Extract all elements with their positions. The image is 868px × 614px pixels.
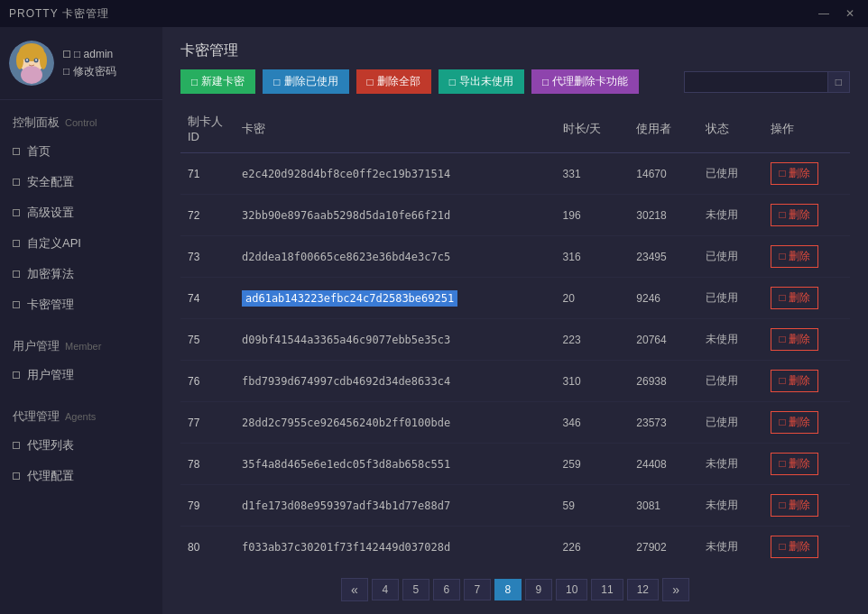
main-layout: □ admin □ 修改密码 控制面板Control首页安全配置高级设置自定义A… bbox=[0, 27, 868, 614]
proxy-delete-label: 代理删除卡功能 bbox=[552, 74, 628, 89]
row-3-user: 9246 bbox=[629, 278, 698, 319]
row-1-status: 未使用 bbox=[698, 195, 763, 236]
change-pwd-row[interactable]: □ 修改密码 bbox=[63, 64, 116, 79]
new-card-button[interactable]: □ 新建卡密 bbox=[180, 69, 255, 94]
row-3-key-highlighted: ad61ab143223efbc24c7d2583be69251 bbox=[242, 290, 457, 307]
search-button[interactable]: □ bbox=[828, 71, 850, 93]
sidebar-item-algorithm[interactable]: 加密算法 bbox=[0, 259, 162, 289]
svg-point-4 bbox=[16, 51, 23, 69]
section-header-control: 控制面板Control bbox=[0, 109, 162, 136]
row-7-delete-button[interactable]: □ 删除 bbox=[771, 453, 818, 475]
table-row: 76fbd7939d674997cdb4692d34de8633c4310269… bbox=[180, 361, 850, 402]
item-dot-usermgmt bbox=[13, 371, 20, 379]
sidebar-item-home[interactable]: 首页 bbox=[0, 136, 162, 167]
item-dot-agentlist bbox=[13, 442, 20, 449]
pagination-page-9[interactable]: 9 bbox=[525, 579, 552, 600]
pagination-next[interactable]: » bbox=[662, 578, 689, 601]
row-1-user: 30218 bbox=[629, 195, 698, 236]
item-dot-cardkey bbox=[13, 301, 20, 308]
pagination-page-8[interactable]: 8 bbox=[494, 579, 522, 600]
row-5-id: 76 bbox=[180, 361, 235, 402]
sidebar-section-agents: 代理管理Agents代理列表代理配置 bbox=[0, 394, 162, 495]
new-card-icon: □ bbox=[191, 76, 198, 88]
delete-used-button[interactable]: □ 删除已使用 bbox=[263, 69, 348, 94]
search-input[interactable] bbox=[684, 71, 828, 93]
row-0-days: 331 bbox=[556, 153, 630, 195]
row-0-delete-button[interactable]: □ 删除 bbox=[771, 162, 818, 185]
pagination-page-7[interactable]: 7 bbox=[464, 579, 491, 600]
row-0-status: 已使用 bbox=[698, 153, 763, 195]
item-label-advanced: 高级设置 bbox=[27, 205, 74, 221]
pagination-page-11[interactable]: 11 bbox=[591, 579, 623, 600]
window-controls: — ✕ bbox=[814, 5, 859, 22]
row-8-id: 79 bbox=[180, 485, 235, 527]
content-area: 卡密管理 □ 新建卡密 □ 删除已使用 □ 删除全部 □ 导出未使用 □ 代理删… bbox=[162, 27, 868, 614]
proxy-delete-icon: □ bbox=[542, 76, 549, 88]
row-9-delete-button[interactable]: □ 删除 bbox=[771, 536, 818, 558]
close-button[interactable]: ✕ bbox=[841, 5, 859, 22]
toolbar: □ 新建卡密 □ 删除已使用 □ 删除全部 □ 导出未使用 □ 代理删除卡功能 … bbox=[162, 69, 868, 105]
row-8-action: □ 删除 bbox=[763, 485, 850, 527]
row-7-id: 78 bbox=[180, 444, 235, 485]
row-4-delete-button[interactable]: □ 删除 bbox=[771, 328, 818, 351]
row-6-id: 77 bbox=[180, 402, 235, 444]
row-6-delete-button[interactable]: □ 删除 bbox=[771, 411, 818, 434]
pagination-page-10[interactable]: 10 bbox=[556, 579, 587, 600]
row-3-status: 已使用 bbox=[698, 278, 763, 319]
col-user: 使用者 bbox=[629, 105, 698, 153]
pagination-page-12[interactable]: 12 bbox=[627, 579, 659, 600]
sidebar-item-advanced[interactable]: 高级设置 bbox=[0, 197, 162, 228]
delete-all-button[interactable]: □ 删除全部 bbox=[356, 69, 431, 94]
table-row: 7835f4a8d465e6e1edc05f3d8ab658c551259244… bbox=[180, 444, 850, 485]
item-dot-api bbox=[13, 240, 20, 247]
export-unused-button[interactable]: □ 导出未使用 bbox=[439, 69, 524, 94]
sidebar-item-agentlist[interactable]: 代理列表 bbox=[0, 430, 162, 461]
item-dot-agentconfig bbox=[13, 472, 20, 480]
pagination-page-4[interactable]: 4 bbox=[372, 579, 399, 600]
row-2-action: □ 删除 bbox=[763, 236, 850, 278]
row-8-status: 未使用 bbox=[698, 485, 763, 527]
table-row: 75d09bf41544a3365a46c9077ebb5e35c3223207… bbox=[180, 319, 850, 361]
table-container: 制卡人ID 卡密 时长/天 使用者 状态 操作 71e2c420d928d4bf… bbox=[162, 105, 868, 565]
proxy-delete-button[interactable]: □ 代理删除卡功能 bbox=[531, 69, 639, 94]
sidebar-item-usermgmt[interactable]: 用户管理 bbox=[0, 360, 162, 390]
row-4-key: d09bf41544a3365a46c9077ebb5e35c3 bbox=[235, 319, 556, 361]
row-3-key: ad61ab143223efbc24c7d2583be69251 bbox=[235, 278, 556, 319]
row-5-delete-button[interactable]: □ 删除 bbox=[771, 370, 818, 392]
row-7-key: 35f4a8d465e6e1edc05f3d8ab658c551 bbox=[235, 444, 556, 485]
row-2-status: 已使用 bbox=[698, 236, 763, 278]
row-8-delete-button[interactable]: □ 删除 bbox=[771, 494, 818, 517]
row-2-id: 73 bbox=[180, 236, 235, 278]
minimize-button[interactable]: — bbox=[814, 5, 834, 22]
change-pwd-link[interactable]: □ 修改密码 bbox=[63, 64, 116, 79]
pagination-page-5[interactable]: 5 bbox=[402, 579, 429, 600]
sidebar-item-security[interactable]: 安全配置 bbox=[0, 167, 162, 197]
row-2-user: 23495 bbox=[629, 236, 698, 278]
row-0-key: e2c420d928d4bf8ce0ff2ec19b371514 bbox=[235, 153, 556, 195]
row-5-user: 26938 bbox=[629, 361, 698, 402]
sidebar-item-cardkey[interactable]: 卡密管理 bbox=[0, 289, 162, 320]
item-label-usermgmt: 用户管理 bbox=[27, 367, 74, 383]
row-7-status: 未使用 bbox=[698, 444, 763, 485]
row-6-days: 346 bbox=[556, 402, 630, 444]
pagination-page-6[interactable]: 6 bbox=[433, 579, 460, 600]
col-status: 状态 bbox=[698, 105, 763, 153]
row-3-delete-button[interactable]: □ 删除 bbox=[771, 287, 818, 309]
row-8-key: d1fe173d08e959397adf34b1d77e88d7 bbox=[235, 485, 556, 527]
titlebar: PROTTY 卡密管理 — ✕ bbox=[0, 0, 868, 27]
row-4-action: □ 删除 bbox=[763, 319, 850, 361]
table-body: 71e2c420d928d4bf8ce0ff2ec19b371514331146… bbox=[180, 153, 850, 566]
card-table: 制卡人ID 卡密 时长/天 使用者 状态 操作 71e2c420d928d4bf… bbox=[180, 105, 850, 565]
row-2-delete-button[interactable]: □ 删除 bbox=[771, 245, 818, 268]
sidebar-item-api[interactable]: 自定义API bbox=[0, 228, 162, 259]
row-1-action: □ 删除 bbox=[763, 195, 850, 236]
row-1-delete-button[interactable]: □ 删除 bbox=[771, 204, 818, 226]
row-1-id: 72 bbox=[180, 195, 235, 236]
table-row: 80f033ab37c30201f73f142449d037028d226279… bbox=[180, 527, 850, 566]
row-3-id: 74 bbox=[180, 278, 235, 319]
search-area: □ bbox=[684, 71, 850, 93]
row-8-user: 3081 bbox=[629, 485, 698, 527]
pagination-prev[interactable]: « bbox=[341, 578, 368, 601]
section-header-agents: 代理管理Agents bbox=[0, 403, 162, 430]
sidebar-item-agentconfig[interactable]: 代理配置 bbox=[0, 461, 162, 491]
